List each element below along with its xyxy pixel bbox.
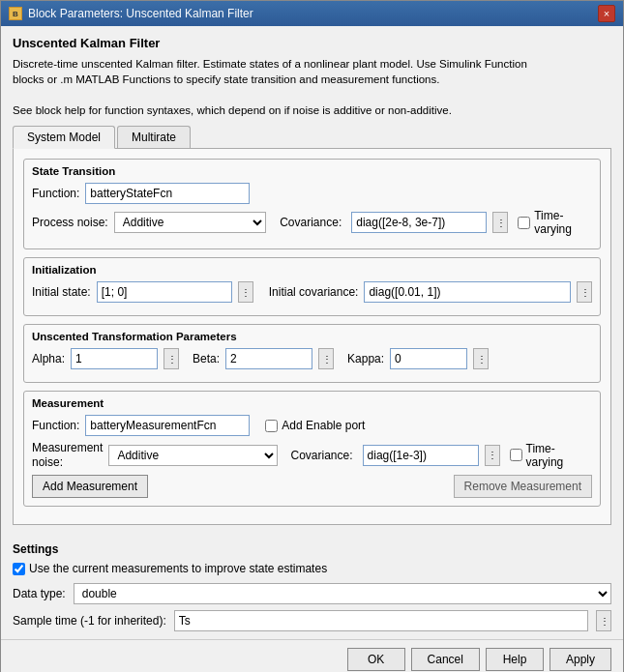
time-varying-checkbox-row: Time-varying [518,209,592,236]
alpha-label: Alpha: [32,352,65,365]
beta-dots-btn[interactable]: ⋮ [318,348,334,369]
add-measurement-button[interactable]: Add Measurement [32,475,148,498]
process-noise-select[interactable]: Additive [114,212,266,233]
add-enable-checkbox[interactable] [265,420,278,432]
meas-covariance-input[interactable] [363,445,479,466]
settings-title: Settings [13,542,611,556]
covariance-input[interactable] [351,212,487,233]
beta-input[interactable] [225,348,312,369]
initialization-section: Initialization Initial state: ⋮ Initial … [23,257,601,316]
unscented-transform-label: Unscented Transformation Parameters [32,331,592,342]
use-measurements-row: Use the current measurements to improve … [13,562,611,575]
measurement-section: Measurement Function: Add Enable port Me… [23,391,601,507]
meas-noise-select[interactable]: Additive [108,445,277,466]
sample-time-row: Sample time (-1 for inherited): ⋮ [13,610,611,631]
meas-function-row: Function: Add Enable port [32,415,592,436]
ok-button[interactable]: OK [347,648,405,671]
kappa-label: Kappa: [347,352,384,365]
measurement-label: Measurement [32,397,592,409]
sample-time-label: Sample time (-1 for inherited): [13,614,166,628]
use-measurements-label: Use the current measurements to improve … [29,562,327,575]
kappa-dots-btn[interactable]: ⋮ [473,348,489,369]
initial-state-dots-btn[interactable]: ⋮ [238,281,253,303]
init-row: Initial state: ⋮ Initial covariance: ⋮ [32,281,592,303]
process-noise-row: Process noise: Additive Covariance: ⋮ Ti… [32,209,592,236]
process-noise-label: Process noise: [32,216,108,229]
bottom-section: Settings Use the current measurements to… [1,535,623,631]
state-transition-section: State Transition Function: Process noise… [23,159,601,249]
meas-function-input[interactable] [85,415,250,436]
covariance-dots-btn[interactable]: ⋮ [492,212,508,233]
add-enable-row: Add Enable port [265,419,365,432]
meas-covariance-label: Covariance: [291,449,353,462]
title-bar: B Block Parameters: Unscented Kalman Fil… [1,1,623,26]
main-content: Unscented Kalman Filter Discrete-time un… [1,26,623,535]
block-title: Unscented Kalman Filter [13,36,611,50]
time-varying-label: Time-varying [534,209,592,236]
kappa-input[interactable] [390,348,467,369]
beta-label: Beta: [193,352,220,365]
unscented-transform-section: Unscented Transformation Parameters Alph… [23,324,601,383]
cancel-button[interactable]: Cancel [411,648,480,671]
title-bar-title: Block Parameters: Unscented Kalman Filte… [28,7,253,20]
settings-section: Settings Use the current measurements to… [13,542,611,631]
meas-time-varying-label: Time-varying [526,442,592,469]
function-row: Function: [32,183,592,204]
state-transition-label: State Transition [32,165,592,177]
alpha-beta-kappa-row: Alpha: ⋮ Beta: ⋮ Kappa: ⋮ [32,348,592,369]
meas-noise-label: Measurementnoise: [32,441,103,469]
window-icon: B [9,7,22,20]
initial-state-label: Initial state: [32,285,91,299]
add-enable-label: Add Enable port [282,419,365,432]
data-type-row: Data type: double [13,583,611,604]
sample-time-dots-btn[interactable]: ⋮ [596,610,611,631]
time-varying-checkbox[interactable] [518,217,530,229]
tab-panel: State Transition Function: Process noise… [13,149,611,525]
close-button[interactable]: × [598,5,615,22]
help-button[interactable]: Help [486,648,544,671]
use-measurements-checkbox[interactable] [13,563,25,575]
initial-covariance-label: Initial covariance: [269,285,359,299]
tab-multirate[interactable]: Multirate [117,126,191,148]
function-label: Function: [32,187,79,200]
title-bar-left: B Block Parameters: Unscented Kalman Fil… [9,7,253,20]
function-input[interactable] [85,183,250,204]
meas-function-label: Function: [32,419,79,432]
tab-system-model[interactable]: System Model [13,126,115,149]
description: Discrete-time unscented Kalman filter. E… [13,56,611,118]
meas-noise-row: Measurementnoise: Additive Covariance: ⋮… [32,441,592,469]
initial-covariance-input[interactable] [364,281,571,303]
measurement-btn-row: Add Measurement Remove Measurement [32,475,592,498]
meas-time-varying-row: Time-varying [510,442,592,469]
meas-covariance-dots-btn[interactable]: ⋮ [485,445,500,466]
initial-covariance-dots-btn[interactable]: ⋮ [577,281,592,303]
tabs: System Model Multirate [13,126,611,149]
covariance-label: Covariance: [280,216,342,229]
sample-time-input[interactable] [174,610,588,631]
remove-measurement-button[interactable]: Remove Measurement [454,475,592,498]
meas-time-varying-checkbox[interactable] [510,449,522,461]
data-type-select[interactable]: double [74,583,611,604]
alpha-dots-btn[interactable]: ⋮ [163,348,179,369]
apply-button[interactable]: Apply [550,648,611,671]
alpha-input[interactable] [71,348,158,369]
button-row: OK Cancel Help Apply [1,639,623,672]
data-type-label: Data type: [13,587,66,600]
main-window: B Block Parameters: Unscented Kalman Fil… [0,0,624,672]
initialization-label: Initialization [32,264,592,276]
initial-state-input[interactable] [97,281,232,303]
